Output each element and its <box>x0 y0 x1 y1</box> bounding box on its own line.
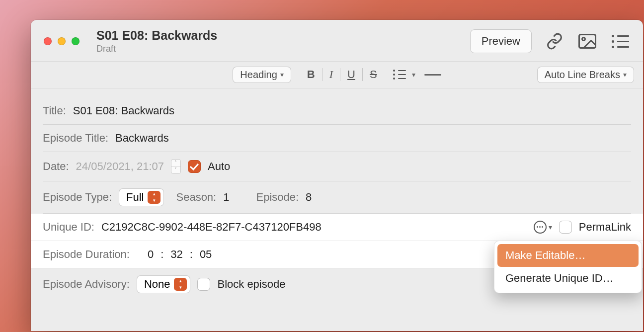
link-icon[interactable] <box>545 32 564 50</box>
chevron-down-icon: ▾ <box>412 71 415 79</box>
heading-select-label: Heading <box>240 69 277 81</box>
duration-sep2: : <box>190 248 193 261</box>
window-controls <box>44 37 80 45</box>
chevron-up-icon: ˄ <box>171 160 180 166</box>
date-stepper[interactable]: ˄ ˅ <box>171 159 181 174</box>
episode-number-value[interactable]: 8 <box>306 191 312 204</box>
duration-label: Episode Duration: <box>43 248 130 261</box>
menu-generate-id[interactable]: Generate Unique ID… <box>497 267 639 290</box>
window-titlebar: S01 E08: Backwards Draft Preview <box>31 20 643 62</box>
episode-title-label: Episode Title: <box>43 132 108 145</box>
duration-hours[interactable]: 0 <box>148 248 154 261</box>
row-date: Date: 24/05/2021, 21:07 ˄ ˅ Auto <box>43 152 631 181</box>
row-episode-type: Episode Type: Full ▴▾ Season: 1 Episode:… <box>43 181 631 214</box>
titlebar-actions: Preview <box>470 29 630 53</box>
row-episode-title: Episode Title: Backwards <box>43 125 631 152</box>
chevron-down-icon: ▾ <box>280 71 284 79</box>
episode-number-label: Episode: <box>256 191 299 204</box>
close-window-button[interactable] <box>44 37 52 45</box>
block-episode-checkbox[interactable] <box>197 278 210 291</box>
permalink-checkbox[interactable] <box>559 221 572 234</box>
duration-minutes[interactable]: 32 <box>170 248 182 261</box>
unique-id-label: Unique ID: <box>43 221 94 234</box>
episode-type-value: Full <box>126 191 144 204</box>
duration-sep1: : <box>161 248 163 261</box>
editor-window: S01 E08: Backwards Draft Preview Hea <box>31 20 643 331</box>
episode-type-label: Episode Type: <box>43 191 112 204</box>
autowrap-select[interactable]: Auto Line Breaks ▾ <box>537 67 634 83</box>
svg-rect-0 <box>579 35 596 48</box>
date-label: Date: <box>43 160 69 173</box>
image-icon[interactable] <box>577 32 597 50</box>
chevron-down-icon: ˅ <box>171 166 180 173</box>
menu-make-editable[interactable]: Make Editable… <box>497 244 639 267</box>
select-arrows-icon: ▴▾ <box>148 191 161 204</box>
advisory-label: Episode Advisory: <box>43 278 130 291</box>
title-value[interactable]: S01 E08: Backwards <box>73 104 174 117</box>
text-style-group: B I U S <box>300 68 384 81</box>
episode-type-select[interactable]: Full ▴▾ <box>119 188 164 206</box>
row-unique-id: Unique ID: C2192C8C-9902-448E-82F7-C4371… <box>31 214 643 241</box>
season-value[interactable]: 1 <box>223 191 229 204</box>
minimize-window-button[interactable] <box>58 37 66 45</box>
unique-id-menu: Make Editable… Generate Unique ID… <box>494 241 642 293</box>
date-value[interactable]: 24/05/2021, 21:07 <box>76 160 164 173</box>
heading-select[interactable]: Heading ▾ <box>233 67 291 83</box>
episode-title-value[interactable]: Backwards <box>115 132 169 145</box>
format-toolbar: Heading ▾ B I U S ▾ Auto Line Breaks ▾ <box>31 62 643 88</box>
select-arrows-icon: ▴▾ <box>174 278 187 291</box>
svg-point-1 <box>582 38 585 41</box>
document-header: S01 E08: Backwards Draft <box>96 29 456 54</box>
auto-date-label: Auto <box>208 160 230 173</box>
chevron-down-icon: ▾ <box>549 223 552 231</box>
duration-seconds[interactable]: 05 <box>200 248 212 261</box>
outline-icon[interactable] <box>610 32 630 50</box>
horizontal-rule-button[interactable] <box>424 74 441 76</box>
auto-date-checkbox[interactable] <box>188 160 201 173</box>
strike-button[interactable]: S <box>363 68 384 81</box>
row-title: Title: S01 E08: Backwards <box>43 97 631 125</box>
episode-form: Title: S01 E08: Backwards Episode Title:… <box>31 88 643 300</box>
document-title: S01 E08: Backwards <box>96 29 456 43</box>
season-label: Season: <box>176 191 216 204</box>
underline-button[interactable]: U <box>340 68 363 81</box>
preview-button[interactable]: Preview <box>470 29 532 53</box>
bold-button[interactable]: B <box>300 68 322 81</box>
advisory-select[interactable]: None ▴▾ <box>137 275 191 293</box>
maximize-window-button[interactable] <box>72 37 80 45</box>
permalink-label: PermaLink <box>579 221 631 234</box>
chevron-down-icon: ▾ <box>623 71 627 79</box>
unique-id-value[interactable]: C2192C8C-9902-448E-82F7-C437120FB498 <box>101 221 322 234</box>
ellipsis-icon <box>534 221 547 234</box>
advisory-value: None <box>144 278 170 291</box>
block-episode-label: Block episode <box>217 278 285 291</box>
title-label: Title: <box>43 104 66 117</box>
unique-id-menu-button[interactable]: ▾ <box>534 221 552 234</box>
autowrap-select-label: Auto Line Breaks <box>545 69 620 81</box>
list-button[interactable]: ▾ <box>393 70 415 80</box>
italic-button[interactable]: I <box>322 68 340 81</box>
document-status: Draft <box>96 44 456 54</box>
